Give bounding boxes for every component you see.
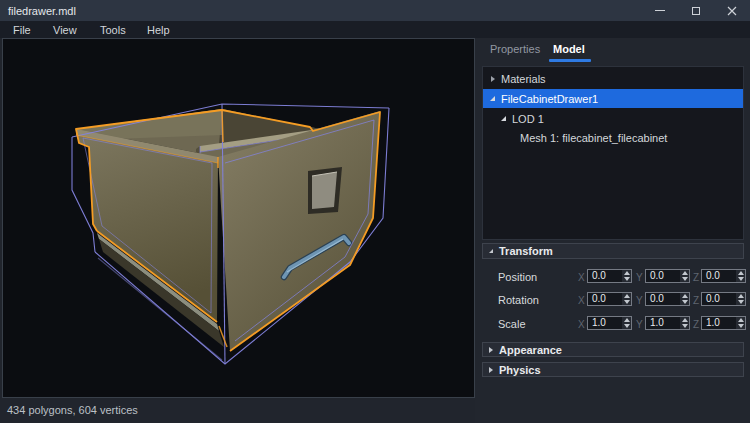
- model-tree: Materials FileCabinetDrawer1 LOD 1 Mesh …: [482, 66, 744, 240]
- spinner[interactable]: [622, 270, 631, 282]
- scale-x-field[interactable]: 1.0: [587, 316, 632, 330]
- spinner[interactable]: [680, 317, 689, 329]
- tree-item-lod1[interactable]: LOD 1: [483, 109, 743, 128]
- close-button[interactable]: [714, 0, 750, 21]
- spinner[interactable]: [736, 270, 745, 282]
- active-tab-underline: [549, 59, 591, 62]
- position-label: Position: [498, 271, 537, 283]
- section-header-physics[interactable]: Physics: [482, 362, 744, 377]
- rotation-y-field[interactable]: 0.0: [645, 292, 690, 306]
- rotation-x-field[interactable]: 0.0: [587, 292, 632, 306]
- spinner[interactable]: [736, 293, 745, 305]
- spin-up-icon[interactable]: [682, 271, 688, 275]
- position-z-field[interactable]: 0.0: [701, 269, 746, 283]
- spinner[interactable]: [622, 293, 631, 305]
- menu-item-view[interactable]: View: [53, 24, 100, 36]
- maximize-button[interactable]: [678, 0, 714, 21]
- spin-down-icon[interactable]: [624, 300, 630, 304]
- spin-up-icon[interactable]: [738, 318, 744, 322]
- scale-y-field[interactable]: 1.0: [645, 316, 690, 330]
- spin-up-icon[interactable]: [682, 318, 688, 322]
- spin-down-icon[interactable]: [738, 300, 744, 304]
- close-icon: [727, 6, 737, 16]
- expanded-arrow-icon[interactable]: [490, 96, 495, 101]
- spin-up-icon[interactable]: [738, 271, 744, 275]
- tree-item-mesh1[interactable]: Mesh 1: filecabinet_filecabinet: [483, 128, 743, 147]
- axis-x-label: X: [578, 272, 585, 283]
- spin-up-icon[interactable]: [624, 318, 630, 322]
- statusbar: 434 polygons, 604 vertices: [0, 398, 750, 423]
- axis-x-label: X: [578, 295, 585, 306]
- label-holder: [308, 167, 342, 214]
- rotation-z-field[interactable]: 0.0: [701, 292, 746, 306]
- tab-properties[interactable]: Properties: [490, 43, 540, 55]
- axis-y-label: Y: [636, 295, 643, 306]
- spin-down-icon[interactable]: [682, 300, 688, 304]
- expanded-arrow-icon: [489, 249, 493, 253]
- menu-item-file[interactable]: File: [13, 24, 53, 36]
- rotation-label: Rotation: [498, 294, 539, 306]
- collapsed-arrow-icon: [489, 367, 493, 373]
- spin-up-icon[interactable]: [624, 294, 630, 298]
- titlebar[interactable]: filedrawer.mdl: [0, 0, 750, 21]
- position-x-field[interactable]: 0.0: [587, 269, 632, 283]
- app-window: { "window": { "title": "filedrawer.mdl" …: [0, 0, 750, 423]
- tree-item-filecabinetdrawer1[interactable]: FileCabinetDrawer1: [483, 89, 743, 108]
- spin-up-icon[interactable]: [738, 294, 744, 298]
- window-controls: [642, 0, 750, 21]
- expanded-arrow-icon[interactable]: [501, 116, 506, 121]
- menubar: File View Tools Help: [0, 21, 750, 38]
- spin-down-icon[interactable]: [624, 324, 630, 328]
- collapsed-arrow-icon: [489, 347, 493, 353]
- section-header-transform[interactable]: Transform: [482, 243, 744, 259]
- window-title: filedrawer.mdl: [8, 5, 76, 17]
- axis-z-label: Z: [693, 319, 699, 330]
- spinner[interactable]: [736, 317, 745, 329]
- axis-x-label: X: [578, 319, 585, 330]
- menu-item-help[interactable]: Help: [147, 24, 170, 36]
- position-y-field[interactable]: 0.0: [645, 269, 690, 283]
- section-header-appearance[interactable]: Appearance: [482, 342, 744, 357]
- model-render: [3, 39, 474, 397]
- spinner[interactable]: [680, 293, 689, 305]
- scale-label: Scale: [498, 318, 526, 330]
- 3d-viewport[interactable]: [2, 38, 475, 398]
- properties-panel: Properties Model Materials FileCabinetDr…: [475, 38, 750, 423]
- tree-item-materials[interactable]: Materials: [483, 69, 743, 88]
- spin-down-icon[interactable]: [682, 277, 688, 281]
- axis-y-label: Y: [636, 319, 643, 330]
- tab-model[interactable]: Model: [553, 43, 585, 55]
- minimize-icon: [655, 10, 665, 11]
- spin-up-icon[interactable]: [624, 271, 630, 275]
- label-holder-plate: [312, 172, 337, 209]
- spin-down-icon[interactable]: [682, 324, 688, 328]
- spinner[interactable]: [680, 270, 689, 282]
- menu-item-tools[interactable]: Tools: [100, 24, 147, 36]
- minimize-button[interactable]: [642, 0, 678, 21]
- axis-y-label: Y: [636, 272, 643, 283]
- axis-z-label: Z: [693, 272, 699, 283]
- spin-down-icon[interactable]: [624, 277, 630, 281]
- axis-z-label: Z: [693, 295, 699, 306]
- spin-down-icon[interactable]: [738, 324, 744, 328]
- spin-down-icon[interactable]: [738, 277, 744, 281]
- scale-z-field[interactable]: 1.0: [701, 316, 746, 330]
- collapsed-arrow-icon[interactable]: [491, 76, 495, 82]
- spinner[interactable]: [622, 317, 631, 329]
- maximize-icon: [692, 7, 700, 15]
- spin-up-icon[interactable]: [682, 294, 688, 298]
- polygon-count: 434 polygons, 604 vertices: [7, 404, 138, 416]
